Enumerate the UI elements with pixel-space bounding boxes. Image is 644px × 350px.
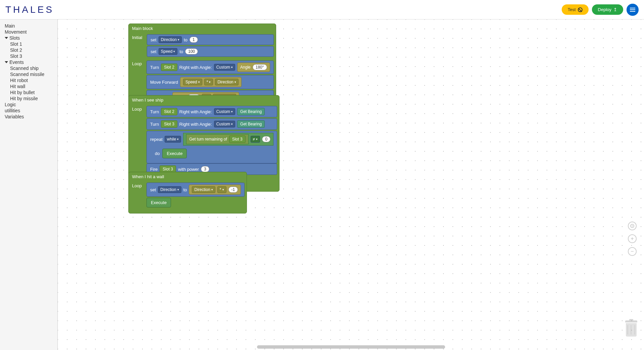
get-turn-label: Get turn remaining of — [189, 137, 227, 142]
neq-dropdown[interactable]: ≠ — [251, 136, 260, 143]
value-input-100[interactable]: 100 — [185, 48, 198, 54]
get-bearing-pill[interactable]: Get Bearing — [237, 108, 265, 115]
with-power-label: with power — [178, 167, 199, 172]
svg-point-1 — [632, 226, 633, 227]
trash-lid — [625, 320, 637, 322]
turn-slot3-bearing[interactable]: Turn Slot 3 Right with Angle: Custom Get… — [146, 118, 277, 130]
execute-block[interactable]: Execute — [146, 198, 171, 207]
star-op[interactable]: * — [217, 186, 226, 193]
workspace[interactable]: Main block Initial set Direction to 1 s — [58, 20, 644, 350]
sidebar-item-slot1[interactable]: Slot 1 — [0, 41, 57, 47]
speed-dropdown[interactable]: Speed — [159, 48, 178, 55]
horizontal-scrollbar[interactable] — [257, 345, 445, 349]
zero-input[interactable]: 0 — [262, 136, 270, 142]
custom-dropdown[interactable]: Custom — [214, 121, 235, 127]
move-forward-block[interactable]: Move Forward Speed * Direction — [146, 75, 274, 89]
sidebar-item-slot3[interactable]: Slot 3 — [0, 53, 57, 59]
sidebar-item-hit-robot[interactable]: Hit robot — [0, 77, 57, 83]
workspace-controls: + − — [628, 222, 637, 256]
ban-icon — [578, 7, 583, 12]
loop-label: Loop — [129, 181, 145, 190]
zoom-in-button[interactable]: + — [628, 234, 637, 243]
while-dropdown[interactable]: while — [165, 136, 181, 143]
hamburger-icon — [630, 9, 635, 10]
slot3-pill[interactable]: Slot 3 — [229, 135, 246, 143]
wall-title: When I hit a wall — [129, 172, 247, 181]
speed-var[interactable]: Speed — [183, 79, 202, 85]
direction-var[interactable]: Direction — [192, 186, 215, 193]
set-direction-neg[interactable]: set Direction to Direction * -1 — [146, 183, 245, 197]
dir-times-neg1[interactable]: Direction * -1 — [189, 185, 241, 195]
sidebar-cat-slots[interactable]: Slots — [0, 35, 57, 41]
get-bearing-pill[interactable]: Get Bearing — [237, 120, 265, 128]
deploy-button[interactable]: Deploy ↥ — [592, 4, 623, 15]
slot2-pill[interactable]: Slot 2 — [161, 64, 177, 71]
center-button[interactable] — [628, 222, 637, 230]
minus-icon: − — [631, 248, 634, 255]
move-forward-label: Move Forward — [150, 80, 178, 85]
to-label: to — [179, 49, 183, 54]
speed-times-direction[interactable]: Speed * Direction — [180, 77, 242, 87]
right-angle-label: Right with Angle: — [179, 122, 212, 127]
sidebar-item-variables[interactable]: Variables — [0, 114, 57, 120]
angle-label: Angle — [240, 65, 251, 70]
sidebar-item-main[interactable]: Main — [0, 23, 57, 29]
sidebar-item-logic[interactable]: Logic — [0, 102, 57, 108]
to-label: to — [183, 187, 187, 192]
header-actions: Test Deploy ↥ — [562, 4, 639, 16]
set-direction-block[interactable]: set Direction to 1 — [147, 34, 273, 45]
sidebar-item-hit-wall[interactable]: Hit wall — [0, 83, 57, 89]
direction-dropdown[interactable]: Direction — [158, 186, 181, 193]
value-input-1[interactable]: 1 — [189, 37, 198, 43]
turn-label: Turn — [150, 122, 159, 127]
sidebar: Main Movement Slots Slot 1 Slot 2 Slot 3… — [0, 20, 58, 350]
caret-down-icon — [5, 37, 8, 39]
right-angle-label: Right with Angle: — [179, 109, 212, 114]
caret-down-icon — [5, 61, 8, 63]
slot2-pill[interactable]: Slot 2 — [161, 108, 177, 115]
zoom-out-button[interactable]: − — [628, 247, 637, 256]
custom-dropdown[interactable]: Custom — [214, 108, 235, 115]
star-op[interactable]: * — [204, 79, 213, 85]
slots-label: Slots — [9, 35, 20, 41]
do-label: do — [155, 151, 160, 156]
set-label: set — [150, 187, 156, 192]
header: THALES Test Deploy ↥ — [0, 0, 644, 20]
direction-var[interactable]: Direction — [215, 79, 238, 85]
wall-block-stack[interactable]: When I hit a wall Loop set Direction to … — [128, 172, 247, 213]
sidebar-item-scanned-ship[interactable]: Scanned ship — [0, 65, 57, 71]
condition-block[interactable]: Get turn remaining of Slot 3 ≠ 0 — [183, 133, 273, 146]
get-turn-remaining[interactable]: Get turn remaining of Slot 3 — [186, 134, 248, 144]
ship-title: When I see ship — [129, 95, 279, 105]
turn-slot2-block[interactable]: Turn Slot 2 Right with Angle: Custom Ang… — [146, 61, 274, 74]
wall-hat[interactable]: When I hit a wall Loop set Direction to … — [128, 172, 247, 213]
power-input[interactable]: 3 — [201, 166, 209, 172]
turn-slot2-bearing[interactable]: Turn Slot 2 Right with Angle: Custom Get… — [146, 106, 277, 117]
angle-180-input[interactable]: 180° — [253, 64, 267, 70]
set-label: set — [151, 49, 156, 54]
sidebar-item-movement[interactable]: Movement — [0, 29, 57, 35]
sidebar-cat-events[interactable]: Events — [0, 59, 57, 65]
test-button[interactable]: Test — [562, 4, 589, 15]
turn-label: Turn — [150, 109, 159, 114]
menu-button[interactable] — [627, 4, 639, 16]
slot3-pill[interactable]: Slot 3 — [161, 120, 177, 128]
plus-icon: + — [631, 236, 634, 242]
direction-dropdown[interactable]: Direction — [159, 36, 182, 43]
hat-tail — [129, 210, 149, 213]
fire-label: Fire — [150, 167, 158, 172]
repeat-while-block[interactable]: repeat while Get turn remaining of Slot … — [146, 131, 277, 163]
sidebar-item-utilities[interactable]: utillities — [0, 108, 57, 114]
angle-180-block[interactable]: Angle 180° — [237, 63, 270, 72]
trash-button[interactable] — [625, 320, 637, 337]
main-title: Main block — [129, 24, 276, 33]
sidebar-item-scanned-missile[interactable]: Scanned missile — [0, 71, 57, 77]
custom-dropdown[interactable]: Custom — [214, 64, 235, 71]
set-speed-block[interactable]: set Speed to 100 — [147, 46, 273, 57]
sidebar-item-hit-by-bullet[interactable]: Hit by bullet — [0, 89, 57, 95]
neg1-input[interactable]: -1 — [228, 187, 238, 193]
sidebar-item-hit-by-missile[interactable]: Hit by missile — [0, 95, 57, 102]
sidebar-item-slot2[interactable]: Slot 2 — [0, 47, 57, 53]
execute-inner[interactable]: Execute — [162, 149, 187, 158]
turn-label: Turn — [150, 65, 159, 70]
